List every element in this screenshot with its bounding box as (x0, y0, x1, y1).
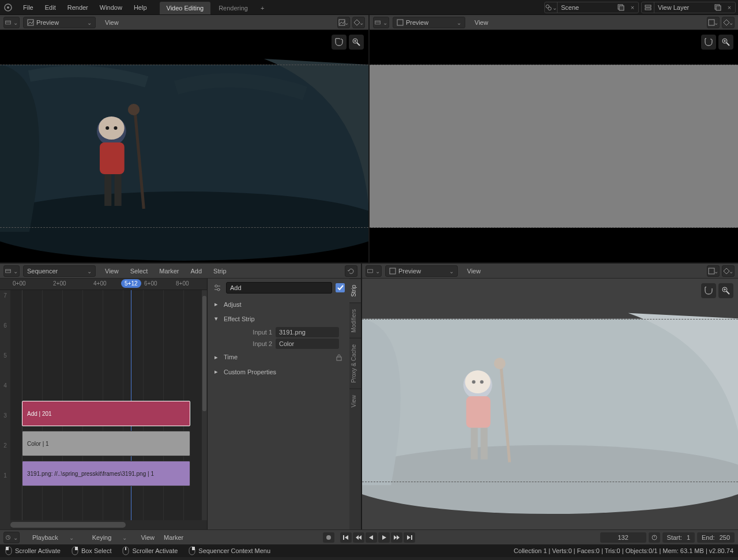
refresh-sequencer-button[interactable] (345, 265, 357, 277)
options-icon[interactable] (212, 284, 223, 292)
channels-dropdown[interactable] (707, 265, 720, 277)
menu-edit[interactable]: Edit (39, 2, 62, 13)
lock-icon[interactable] (336, 354, 342, 361)
zoom-view-icon[interactable] (718, 35, 733, 50)
tl-menu-keying[interactable]: Keying (83, 532, 137, 543)
tab-video-editing[interactable]: Video Editing (160, 2, 211, 14)
preview-view-menu[interactable]: View (461, 265, 487, 277)
overlay-dropdown[interactable] (352, 17, 365, 28)
preview-left-viewport[interactable] (0, 30, 368, 262)
menu-file[interactable]: File (17, 2, 39, 13)
new-layer-button[interactable] (712, 2, 724, 13)
tl-menu-marker[interactable]: Marker (159, 532, 188, 543)
play-reverse-button[interactable] (366, 532, 377, 543)
end-frame-field[interactable]: End:250 (697, 532, 735, 543)
strip-image[interactable]: 3191.png: //..\spring_presskit\frames\31… (22, 461, 190, 486)
svg-rect-5 (619, 6, 624, 10)
layer-browse-icon[interactable] (642, 2, 654, 13)
jump-prev-keyframe-button[interactable] (353, 532, 364, 543)
scene-name-field[interactable]: Scene (558, 4, 615, 11)
props-tab-modifiers[interactable]: Modifiers (349, 303, 361, 339)
seq-menu-add[interactable]: Add (184, 265, 208, 277)
jump-next-keyframe-button[interactable] (391, 532, 402, 543)
view-layer-selector[interactable]: View Layer × (641, 2, 736, 13)
jump-to-start-button[interactable] (340, 532, 352, 543)
zoom-view-icon[interactable] (718, 283, 733, 298)
main-menu: File Edit Render Window Help (17, 2, 153, 13)
props-tab-strip[interactable]: Strip (349, 279, 361, 303)
editor-type-dropdown[interactable] (3, 265, 20, 277)
channels-dropdown[interactable] (337, 17, 350, 28)
editor-type-dropdown[interactable] (373, 17, 389, 28)
menu-window[interactable]: Window (94, 2, 128, 13)
scene-browse-icon[interactable] (545, 2, 558, 13)
pan-view-icon[interactable] (332, 35, 347, 50)
auto-keying-toggle[interactable] (323, 532, 334, 543)
zoom-view-icon[interactable] (349, 35, 364, 50)
display-mode-dropdown[interactable]: Preview (393, 17, 465, 28)
tab-rendering[interactable]: Rendering (212, 2, 255, 14)
sequencer-mode-dropdown[interactable]: Sequencer (23, 265, 96, 277)
add-workspace-button[interactable]: + (256, 2, 269, 14)
sequencer-timeline[interactable]: 0+00 2+00 4+00 6+00 8+00 5+12 7 6 5 4 3 … (0, 279, 208, 529)
props-tab-view[interactable]: View (349, 389, 361, 414)
scene-selector[interactable]: Scene × (544, 2, 639, 13)
seq-menu-strip[interactable]: Strip (208, 265, 232, 277)
panel-custom-properties[interactable]: ▸Custom Properties (212, 364, 345, 379)
blender-logo-icon[interactable] (2, 2, 14, 13)
preview-view-menu[interactable]: View (469, 17, 494, 28)
tl-menu-view[interactable]: View (136, 532, 159, 543)
view-layer-name-field[interactable]: View Layer (654, 4, 712, 11)
preview-right-viewport[interactable] (370, 30, 738, 262)
preview-bottom-viewport[interactable] (362, 279, 738, 529)
jump-to-end-button[interactable] (404, 532, 415, 543)
display-mode-dropdown[interactable]: Preview (23, 17, 96, 28)
current-frame-field[interactable]: 132 (600, 532, 646, 543)
overlay-dropdown[interactable] (722, 17, 735, 28)
seq-menu-marker[interactable]: Marker (153, 265, 184, 277)
svg-line-62 (726, 291, 729, 294)
input2-field[interactable]: Color (276, 339, 339, 349)
svg-rect-7 (645, 8, 651, 10)
pan-view-icon[interactable] (701, 35, 716, 50)
safe-area-box (0, 65, 368, 228)
input1-field[interactable]: 3191.png (276, 327, 339, 337)
delete-layer-button[interactable]: × (724, 2, 735, 13)
strip-name-field[interactable] (226, 282, 332, 294)
timeline-header: Playback Keying View Marker 132 Start:1 … (0, 529, 738, 544)
use-preview-range-toggle[interactable] (649, 532, 660, 543)
menu-help[interactable]: Help (128, 2, 153, 13)
play-button[interactable] (378, 532, 390, 543)
preview-view-menu[interactable]: View (99, 17, 125, 28)
seq-menu-select[interactable]: Select (125, 265, 154, 277)
time-ruler[interactable]: 0+00 2+00 4+00 6+00 8+00 5+12 (0, 279, 207, 290)
start-frame-field[interactable]: Start:1 (662, 532, 695, 543)
seq-vscroll[interactable] (202, 290, 207, 520)
overlay-dropdown[interactable] (722, 265, 735, 277)
strip-color[interactable]: Color | 1 (22, 431, 190, 456)
svg-rect-86 (125, 547, 126, 550)
sequencer-editor: Sequencer View Select Marker Add Strip 0… (0, 264, 362, 529)
delete-scene-button[interactable]: × (627, 2, 638, 13)
panel-time[interactable]: ▸Time (212, 350, 345, 364)
tl-menu-playback[interactable]: Playback (23, 532, 83, 543)
pin-toggle[interactable] (336, 283, 345, 292)
channels-dropdown[interactable] (707, 17, 720, 28)
editor-type-dropdown[interactable] (366, 265, 382, 277)
playhead-indicator[interactable]: 5+12 (121, 279, 141, 288)
props-tab-proxy[interactable]: Proxy & Cache (349, 338, 361, 389)
seq-menu-view[interactable]: View (99, 265, 125, 277)
panel-adjust[interactable]: ▸Adjust (212, 297, 345, 311)
seq-hscroll[interactable] (10, 520, 207, 529)
svg-point-68 (326, 535, 331, 540)
panel-effect-strip[interactable]: ▾Effect Strip (212, 311, 345, 326)
editor-type-dropdown[interactable] (3, 17, 20, 28)
workspace-tabs: Video Editing Rendering + (160, 0, 270, 14)
new-scene-button[interactable] (615, 2, 627, 13)
timeline-editor-dropdown[interactable] (3, 532, 20, 543)
pan-view-icon[interactable] (701, 283, 716, 298)
strip-add-effect[interactable]: Add | 201 (22, 401, 190, 426)
svg-rect-38 (6, 269, 11, 273)
menu-render[interactable]: Render (62, 2, 94, 13)
display-mode-dropdown[interactable]: Preview (385, 265, 458, 277)
